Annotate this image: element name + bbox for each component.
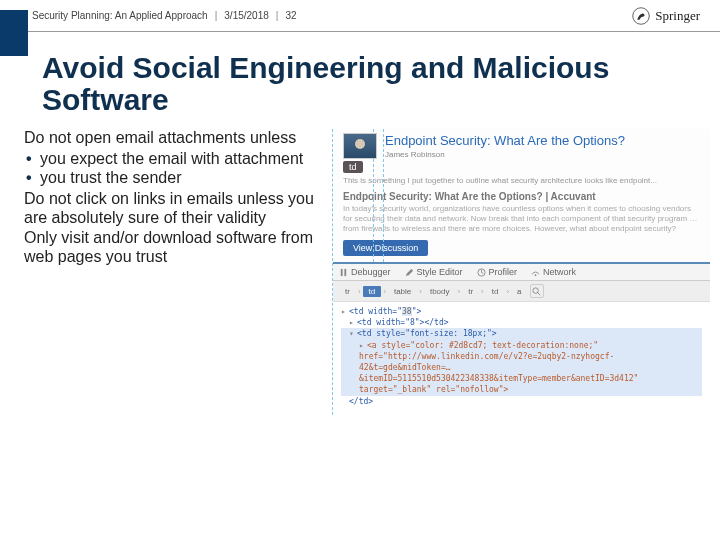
article-subtext: This is something I put together to outl…: [343, 176, 702, 185]
tab-network[interactable]: Network: [531, 267, 576, 277]
paragraph: Do not click on links in emails unless y…: [24, 190, 324, 228]
crumb-selected[interactable]: td: [363, 286, 382, 297]
body-text: Do not open email attachments unless you…: [24, 129, 324, 415]
article-title[interactable]: Endpoint Security: What Are the Options?: [385, 133, 702, 148]
pause-icon: [339, 268, 348, 277]
network-icon: [531, 268, 540, 277]
slide-title: Avoid Social Engineering and Malicious S…: [0, 32, 720, 123]
tab-style-editor[interactable]: Style Editor: [405, 267, 463, 277]
slide-header: Security Planning: An Applied Approach |…: [0, 0, 720, 32]
search-icon[interactable]: [530, 284, 544, 298]
header-page: 32: [285, 10, 296, 21]
article-body: In today's security world, organizations…: [343, 204, 702, 234]
bullet: you expect the email with attachment: [38, 150, 324, 169]
header-date: 3/15/2018: [224, 10, 269, 21]
separator: |: [215, 10, 218, 21]
svg-line-6: [537, 292, 540, 295]
springer-horse-icon: [632, 7, 650, 25]
crumb[interactable]: a: [511, 286, 527, 297]
crumb[interactable]: tr: [462, 286, 479, 297]
element-tag-label: td: [343, 161, 363, 173]
devtools-panel: Debugger Style Editor Profiler Network t…: [333, 262, 710, 415]
publisher-brand: Springer: [632, 7, 700, 25]
screenshot-panel: Endpoint Security: What Are the Options?…: [332, 129, 710, 415]
article-heading: Endpoint Security: What Are the Options?…: [343, 191, 702, 202]
pencil-icon: [405, 268, 414, 277]
paragraph: Do not open email attachments unless: [24, 129, 324, 148]
dom-source[interactable]: ▸<td width="38"> ▸<td width="8"></td> ▾<…: [333, 302, 710, 415]
tab-debugger[interactable]: Debugger: [339, 267, 391, 277]
crumb[interactable]: table: [388, 286, 417, 297]
view-discussion-button[interactable]: View Discussion: [343, 240, 428, 256]
paragraph: Only visit and/or download software from…: [24, 229, 324, 267]
clock-icon: [477, 268, 486, 277]
svg-rect-1: [341, 268, 343, 275]
bullet: you trust the sender: [38, 169, 324, 188]
tab-profiler[interactable]: Profiler: [477, 267, 518, 277]
article-author: James Robinson: [385, 150, 702, 159]
avatar: [343, 133, 377, 159]
dom-breadcrumbs[interactable]: tr› td› table› tbody› tr› td› a: [333, 281, 710, 302]
svg-rect-2: [344, 268, 346, 275]
crumb[interactable]: tr: [339, 286, 356, 297]
crumb[interactable]: td: [486, 286, 505, 297]
accent-bar: [0, 10, 28, 56]
header-book: Security Planning: An Applied Approach: [32, 10, 208, 21]
publisher-name: Springer: [655, 8, 700, 24]
devtools-tabs: Debugger Style Editor Profiler Network: [333, 264, 710, 281]
crumb[interactable]: tbody: [424, 286, 456, 297]
separator: |: [276, 10, 279, 21]
svg-point-4: [535, 274, 537, 276]
